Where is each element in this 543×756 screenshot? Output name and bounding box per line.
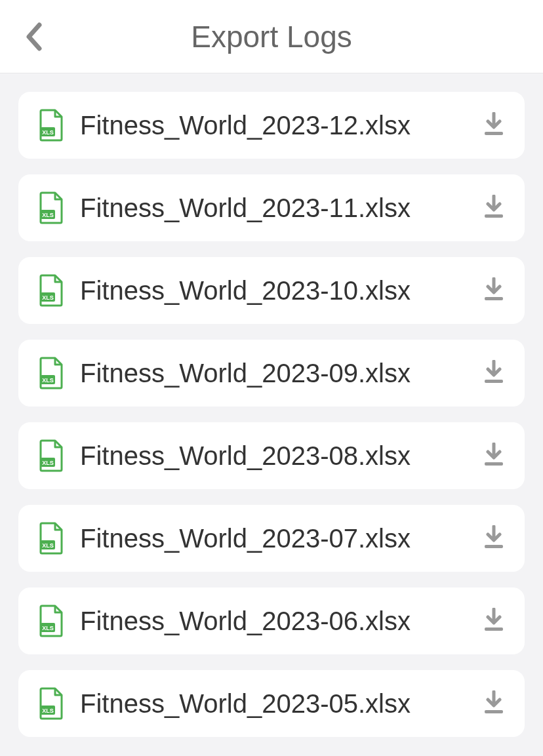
svg-text:XLS: XLS bbox=[42, 377, 54, 384]
svg-rect-20 bbox=[485, 627, 503, 631]
page-title: Export Logs bbox=[0, 19, 543, 54]
file-name: Fitness_World_2023-09.xlsx bbox=[80, 359, 483, 388]
xls-file-icon: XLS bbox=[38, 522, 64, 555]
file-name: Fitness_World_2023-05.xlsx bbox=[80, 689, 483, 719]
download-button[interactable] bbox=[483, 608, 505, 634]
xls-file-icon: XLS bbox=[38, 439, 64, 472]
svg-rect-23 bbox=[485, 710, 503, 713]
file-name: Fitness_World_2023-07.xlsx bbox=[80, 524, 483, 553]
download-icon bbox=[483, 360, 505, 386]
chevron-left-icon bbox=[25, 22, 43, 51]
file-name: Fitness_World_2023-10.xlsx bbox=[80, 276, 483, 306]
file-list: XLS Fitness_World_2023-12.xlsx XLS Fitne… bbox=[0, 73, 543, 737]
svg-rect-14 bbox=[485, 462, 503, 466]
svg-rect-17 bbox=[485, 545, 503, 548]
download-button[interactable] bbox=[483, 360, 505, 386]
download-icon bbox=[483, 525, 505, 551]
download-icon bbox=[483, 690, 505, 717]
svg-text:XLS: XLS bbox=[42, 460, 54, 466]
svg-rect-2 bbox=[485, 132, 503, 135]
svg-rect-5 bbox=[485, 214, 503, 218]
download-button[interactable] bbox=[483, 277, 505, 304]
file-name: Fitness_World_2023-11.xlsx bbox=[80, 193, 483, 223]
download-icon bbox=[483, 443, 505, 469]
svg-text:XLS: XLS bbox=[42, 294, 54, 301]
download-button[interactable] bbox=[483, 525, 505, 551]
svg-rect-11 bbox=[485, 380, 503, 383]
download-button[interactable] bbox=[483, 443, 505, 469]
xls-file-icon: XLS bbox=[38, 357, 64, 389]
svg-text:XLS: XLS bbox=[42, 212, 54, 218]
xls-file-icon: XLS bbox=[38, 191, 64, 224]
xls-file-icon: XLS bbox=[38, 605, 64, 637]
header: Export Logs bbox=[0, 0, 543, 73]
download-icon bbox=[483, 112, 505, 138]
svg-text:XLS: XLS bbox=[42, 542, 54, 549]
download-icon bbox=[483, 195, 505, 221]
file-row[interactable]: XLS Fitness_World_2023-05.xlsx bbox=[18, 670, 525, 737]
download-icon bbox=[483, 608, 505, 634]
back-button[interactable] bbox=[25, 22, 43, 51]
file-row[interactable]: XLS Fitness_World_2023-11.xlsx bbox=[18, 174, 525, 241]
svg-text:XLS: XLS bbox=[42, 129, 54, 136]
download-button[interactable] bbox=[483, 690, 505, 717]
file-row[interactable]: XLS Fitness_World_2023-06.xlsx bbox=[18, 587, 525, 654]
download-icon bbox=[483, 277, 505, 304]
file-name: Fitness_World_2023-06.xlsx bbox=[80, 607, 483, 636]
xls-file-icon: XLS bbox=[38, 687, 64, 720]
file-row[interactable]: XLS Fitness_World_2023-07.xlsx bbox=[18, 505, 525, 572]
file-name: Fitness_World_2023-12.xlsx bbox=[80, 111, 483, 140]
file-name: Fitness_World_2023-08.xlsx bbox=[80, 441, 483, 471]
file-row[interactable]: XLS Fitness_World_2023-12.xlsx bbox=[18, 92, 525, 159]
download-button[interactable] bbox=[483, 195, 505, 221]
file-row[interactable]: XLS Fitness_World_2023-10.xlsx bbox=[18, 257, 525, 324]
xls-file-icon: XLS bbox=[38, 274, 64, 307]
svg-text:XLS: XLS bbox=[42, 625, 54, 631]
svg-rect-8 bbox=[485, 297, 503, 300]
file-row[interactable]: XLS Fitness_World_2023-08.xlsx bbox=[18, 422, 525, 489]
file-row[interactable]: XLS Fitness_World_2023-09.xlsx bbox=[18, 340, 525, 407]
download-button[interactable] bbox=[483, 112, 505, 138]
svg-text:XLS: XLS bbox=[42, 707, 54, 714]
xls-file-icon: XLS bbox=[38, 109, 64, 142]
